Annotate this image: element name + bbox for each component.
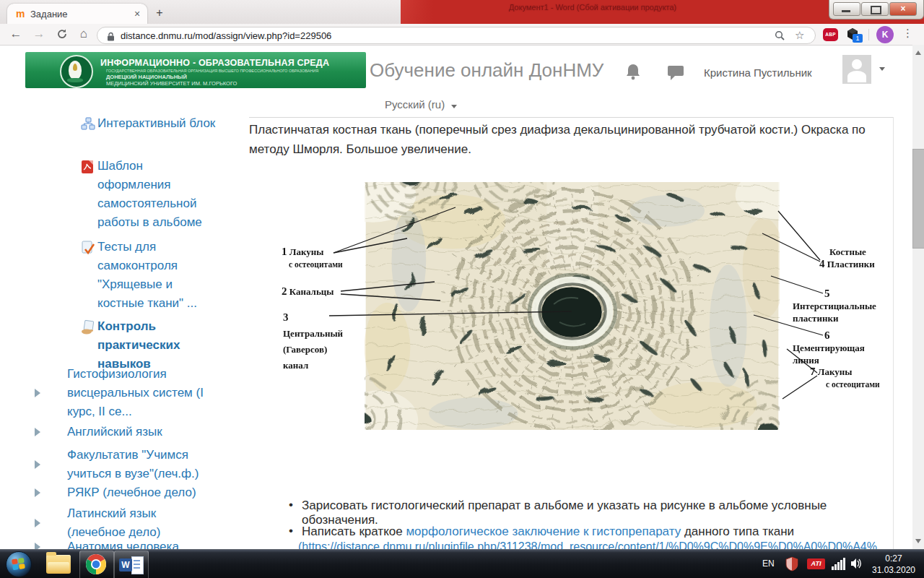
messages-icon[interactable] (667, 65, 684, 84)
figure-label-bone-plates: Костные 4 Пластинки (819, 246, 875, 270)
conclusion-link[interactable]: морфологическое заключение к гистопрепар… (406, 525, 681, 538)
browser-menu-icon[interactable]: ⋮ (902, 27, 913, 40)
bookmark-star-icon[interactable]: ☆ (795, 29, 804, 42)
specimen-description: Пластинчатая костная ткань (поперечный с… (249, 120, 890, 159)
network-signal-icon[interactable] (832, 558, 847, 570)
sidebar-item-label: Интерактивный блок (97, 114, 217, 133)
word-document-icon (131, 556, 144, 574)
back-icon[interactable]: ← (7, 27, 25, 41)
volume-icon[interactable] (850, 558, 863, 572)
figure-label-interstitial-plates: 5 Интерстициальные пластинки (793, 288, 876, 324)
sidebar-course-english[interactable]: Английский язык (35, 423, 222, 441)
tab-close-icon[interactable]: × (131, 8, 143, 20)
course-label: Гистофизиология висцеральных систем (I к… (67, 365, 215, 421)
language-label: Русский (ru) (385, 98, 445, 111)
language-selector[interactable]: Русский (ru) (385, 98, 457, 111)
histology-image (365, 182, 780, 430)
figure-label-canaliculi: 2 Канальцы (282, 285, 334, 298)
expand-triangle-icon[interactable] (35, 389, 40, 397)
keyboard-language-indicator[interactable]: EN (762, 558, 775, 569)
task-item-conclusion: • Написать краткое морфологическое заклю… (289, 525, 889, 539)
scroll-up-icon[interactable] (915, 51, 921, 55)
notifications-bell-icon[interactable] (625, 63, 641, 83)
course-label: РЯКР (лечебное дело) (67, 483, 215, 502)
extension-badge: 1 (853, 34, 863, 43)
chrome-icon (86, 554, 106, 574)
home-icon[interactable]: ⌂ (75, 27, 92, 41)
clock-date: 31.03.2020 (872, 565, 915, 575)
browser-profile-avatar[interactable]: K (876, 26, 894, 43)
assignment-icon (81, 320, 95, 335)
language-caret-icon (451, 105, 457, 108)
windows-flag-icon (12, 558, 26, 571)
sidebar-course-ryakr[interactable]: РЯКР (лечебное дело) (35, 483, 222, 502)
course-navigation-sidebar: Интерактивный блок Шаблон оформления сам… (25, 112, 242, 549)
chrome-taskbar-button[interactable] (79, 551, 114, 578)
moodle-favicon-icon: m (16, 8, 25, 20)
new-tab-button[interactable]: + (152, 6, 167, 20)
interactive-block-icon (81, 117, 95, 131)
zoom-icon[interactable] (775, 30, 785, 44)
figure-label-lacunae-right: 7 Лакуны с остеоцитами (801, 366, 880, 391)
minimize-button[interactable] (833, 2, 860, 16)
university-logo (60, 55, 93, 88)
close-button[interactable]: × (889, 2, 917, 16)
expand-triangle-icon[interactable] (35, 460, 40, 469)
maximize-button[interactable] (861, 2, 889, 16)
banner-university-line2: МЕДИЦИНСКИЙ УНИВЕРСИТЕТ ИМ. М.ГОРЬКОГО (106, 80, 237, 87)
user-menu-caret-icon[interactable] (879, 67, 885, 71)
clock-time: 0:27 (885, 553, 902, 564)
course-label: Факультатив "Учимся учиться в вузе"(леч.… (67, 446, 215, 483)
word-window-title: Документ1 - Word (Сбой активации продукт… (509, 3, 676, 12)
quiz-icon (81, 241, 95, 255)
adblock-extension-icon[interactable]: ABP (823, 28, 838, 41)
sidebar-item-pdf-template[interactable]: Шаблон оформления самостоятельной работы… (81, 157, 260, 232)
expand-triangle-icon[interactable] (35, 488, 40, 497)
banner-subtitle: ГОСУДАРСТВЕННАЯ ОБРАЗОВАТЕЛЬНАЯ ОРГАНИЗА… (106, 69, 318, 73)
taskbar-clock[interactable]: 0:27 31.03.2020 (865, 553, 923, 576)
screen: Документ1 - Word (Сбой активации продукт… (0, 0, 924, 578)
banner-university-line1: ДОНЕЦКИЙ НАЦИОНАЛЬНЫЙ (106, 74, 187, 80)
extension-cube-icon[interactable]: 1 (846, 27, 859, 40)
sidebar-item-label: Тесты для самоконтроля "Хрящевые и костн… (97, 238, 217, 313)
word-w-icon: W (119, 558, 132, 571)
scroll-down-icon[interactable] (915, 539, 921, 543)
sidebar-course-latin[interactable]: Латинский язык (лечебное дело) (35, 504, 222, 542)
reload-icon[interactable] (56, 28, 68, 43)
figure-label-cement-line: 6 Цементирующая линия (793, 329, 865, 366)
toolbar-separator (868, 29, 869, 40)
content-top-divider (249, 117, 893, 118)
address-bar[interactable]: distance.dnmu.ru/mod/assign/view.php?id=… (97, 27, 816, 44)
pdf-icon (81, 160, 95, 174)
figure-label-central-canal: 3 Центральный (Гаверсов) канал (283, 309, 343, 374)
scrollbar-thumb[interactable] (912, 149, 924, 249)
forward-icon[interactable]: → (30, 27, 48, 41)
course-label: Латинский язык (лечебное дело) (67, 504, 215, 542)
sidebar-item-interactive-block[interactable]: Интерактивный блок (81, 114, 260, 133)
content-right-border (893, 117, 894, 549)
word-taskbar-button[interactable]: W (114, 551, 149, 578)
sidebar-item-label: Шаблон оформления самостоятельной работы… (97, 157, 217, 232)
banner-title: ИНФОРМАЦИОННО - ОБРАЗОВАТЕЛЬНАЯ СРЕДА (100, 58, 329, 68)
user-avatar[interactable] (842, 55, 871, 84)
user-name[interactable]: Кристина Пустильник (704, 66, 812, 79)
antivirus-shield-icon[interactable] (785, 556, 798, 574)
window-caption-buttons: × (829, 0, 924, 20)
sidebar-course-facultative[interactable]: Факультатив "Учимся учиться в вузе"(леч.… (35, 446, 222, 483)
file-explorer-icon[interactable] (46, 555, 71, 574)
expand-triangle-icon[interactable] (35, 428, 40, 436)
url-text[interactable]: distance.dnmu.ru/mod/assign/view.php?id=… (121, 30, 331, 41)
start-button[interactable] (6, 551, 32, 577)
bullet-icon: • (289, 498, 293, 512)
lock-icon (107, 31, 115, 44)
page-scrollbar[interactable] (912, 45, 924, 549)
expand-triangle-icon[interactable] (35, 519, 40, 527)
sidebar-item-self-test[interactable]: Тесты для самоконтроля "Хрящевые и костн… (81, 238, 260, 313)
sidebar-course-histophysiology[interactable]: Гистофизиология висцеральных систем (I к… (35, 365, 222, 421)
browser-tab[interactable]: m Задание × (7, 4, 147, 24)
ati-tray-icon[interactable]: ATI (807, 558, 825, 569)
bullet-icon: • (289, 524, 293, 538)
university-banner[interactable]: ИНФОРМАЦИОННО - ОБРАЗОВАТЕЛЬНАЯ СРЕДА ГО… (25, 52, 366, 88)
course-label: Английский язык (67, 423, 215, 441)
site-title: Обучение онлайн ДонНМУ (370, 59, 603, 82)
